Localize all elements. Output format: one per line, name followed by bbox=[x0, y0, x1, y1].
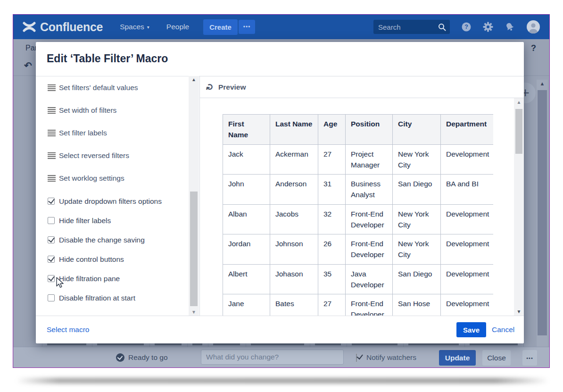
bell-icon[interactable] bbox=[505, 22, 515, 33]
nav-people-label: People bbox=[166, 23, 189, 31]
table-row: JordanJohnson26Front-End DeveloperNew Yo… bbox=[223, 234, 494, 265]
drag-item[interactable]: Select reversed filters bbox=[36, 144, 188, 167]
table-cell: Development bbox=[441, 204, 494, 234]
dialog-title: Edit ‘Table Filter’ Macro bbox=[47, 52, 168, 65]
notify-watchers-label: Notify watchers bbox=[366, 347, 416, 367]
create-button[interactable]: Create bbox=[203, 19, 238, 35]
scroll-up-icon[interactable]: ▲ bbox=[514, 100, 524, 105]
table-cell: Project Manager bbox=[346, 144, 393, 175]
select-macro-link[interactable]: Select macro bbox=[47, 316, 89, 343]
table-cell: New York City bbox=[393, 144, 441, 175]
table-cell: John bbox=[223, 175, 270, 205]
preview-scrollbar[interactable]: ▲ ▼ bbox=[514, 98, 524, 316]
scroll-up-icon[interactable]: ▲ bbox=[537, 81, 548, 86]
table-cell: New York City bbox=[393, 204, 441, 234]
dialog-footer: Select macro Save Cancel bbox=[36, 316, 524, 343]
close-button[interactable]: Close bbox=[482, 350, 511, 366]
change-comment-input[interactable]: What did you change? bbox=[201, 350, 344, 365]
drag-handle-icon bbox=[48, 84, 56, 91]
table-cell: Front-End Developer bbox=[346, 204, 393, 234]
table-cell: Albert bbox=[223, 264, 270, 294]
table-cell: San Hose bbox=[393, 294, 441, 317]
notify-watchers-checkbox[interactable] bbox=[356, 353, 357, 362]
column-header: First Name bbox=[223, 115, 270, 145]
table-cell: BA and BI bbox=[441, 175, 494, 205]
checkbox-label: Disable filtration at start bbox=[59, 294, 135, 302]
bottom-more-button[interactable]: ••• bbox=[522, 350, 537, 366]
checkbox-label: Update dropdown filters options bbox=[59, 197, 162, 206]
top-navbar: Confluence Spaces ▾ People Create ••• Se… bbox=[13, 15, 549, 39]
scroll-down-icon[interactable]: ▼ bbox=[514, 309, 524, 314]
status-check-icon bbox=[116, 353, 124, 362]
checkbox[interactable] bbox=[48, 198, 55, 205]
macro-options-panel: Set filters' default valuesSet width of … bbox=[36, 76, 188, 308]
table-cell: Jack bbox=[223, 144, 270, 175]
drag-item[interactable]: Set width of filters bbox=[36, 99, 188, 122]
drag-item-label: Select reversed filters bbox=[59, 151, 129, 160]
column-header: Last Name bbox=[270, 115, 318, 145]
search-input[interactable]: Search bbox=[373, 20, 450, 34]
drag-item-label: Set filters' default values bbox=[59, 83, 138, 92]
checkbox[interactable] bbox=[48, 275, 55, 282]
preview-scrollbar-thumb[interactable] bbox=[515, 109, 522, 154]
macro-options-list: Set filters' default valuesSet width of … bbox=[36, 76, 188, 190]
checkbox-option[interactable]: Disable the change saving bbox=[36, 230, 188, 250]
table-cell: Front-End Developer bbox=[346, 294, 393, 317]
drag-item[interactable]: Set worklog settings bbox=[36, 167, 188, 190]
column-header: City bbox=[393, 115, 441, 145]
checkbox-option[interactable]: Hide control buttons bbox=[36, 250, 188, 269]
preview-table-header-row: First NameLast NameAgePositionCityDepart… bbox=[223, 115, 494, 145]
table-cell: 26 bbox=[318, 234, 346, 265]
table-row: AlbanJacobs32Front-End DeveloperNew York… bbox=[223, 204, 494, 234]
checkbox[interactable] bbox=[48, 236, 55, 243]
checkbox-option[interactable]: Disable filtration at start bbox=[36, 288, 188, 308]
checkbox[interactable] bbox=[48, 256, 55, 263]
table-cell: Bates bbox=[270, 294, 318, 317]
table-row: AlbertJohason35Java DeveloperSan DiegoDe… bbox=[223, 264, 494, 294]
checkbox-label: Hide control buttons bbox=[59, 255, 124, 264]
page-scrollbar-thumb[interactable] bbox=[538, 90, 547, 335]
drag-handle-icon bbox=[48, 152, 56, 159]
update-button[interactable]: Update bbox=[439, 350, 476, 366]
scroll-up-icon[interactable]: ▲ bbox=[189, 77, 199, 82]
help-icon[interactable]: ? bbox=[461, 22, 472, 32]
confluence-logo[interactable]: Confluence bbox=[23, 20, 103, 34]
drag-item-label: Set worklog settings bbox=[59, 174, 124, 183]
table-cell: Johason bbox=[270, 264, 318, 294]
table-cell: Ackerman bbox=[270, 144, 318, 175]
table-cell: 27 bbox=[318, 144, 346, 175]
background-help-icon[interactable]: ? bbox=[531, 43, 536, 53]
nav-spaces[interactable]: Spaces ▾ bbox=[120, 23, 149, 31]
table-cell: New York City bbox=[393, 234, 441, 265]
drag-item[interactable]: Set filter labels bbox=[36, 122, 188, 144]
avatar[interactable] bbox=[527, 20, 540, 33]
undo-icon[interactable]: ↶ bbox=[24, 60, 32, 71]
refresh-icon[interactable]: ↻ bbox=[204, 83, 215, 92]
checkbox-option[interactable]: Update dropdown filters options bbox=[36, 192, 188, 211]
checkbox[interactable] bbox=[48, 217, 55, 224]
gear-icon[interactable] bbox=[483, 22, 493, 32]
editor-bottom-bar: Ready to go What did you change? Notify … bbox=[13, 347, 549, 367]
table-cell: Jordan bbox=[223, 234, 270, 265]
scroll-down-icon[interactable]: ▼ bbox=[189, 309, 199, 315]
nav-people[interactable]: People bbox=[166, 23, 189, 31]
preview-table-body: JackAckerman27Project ManagerNew York Ci… bbox=[223, 144, 494, 316]
table-cell: Johnson bbox=[270, 234, 318, 265]
table-cell: Jane bbox=[223, 294, 270, 317]
logo-text: Confluence bbox=[40, 20, 103, 34]
app-window: Confluence Spaces ▾ People Create ••• Se… bbox=[13, 14, 550, 368]
save-button[interactable]: Save bbox=[456, 322, 486, 337]
cancel-link[interactable]: Cancel bbox=[492, 322, 514, 337]
sidebar-scrollbar-thumb[interactable] bbox=[190, 192, 198, 306]
drag-handle-icon bbox=[48, 107, 56, 114]
drag-handle-icon bbox=[48, 175, 56, 182]
page-scrollbar[interactable]: ▲ ▼ bbox=[537, 80, 548, 367]
checkbox-option[interactable]: Hide filter labels bbox=[36, 211, 188, 230]
edit-macro-dialog: Edit ‘Table Filter’ Macro Set filters' d… bbox=[36, 42, 524, 343]
preview-panel: ↻ Preview First NameLast NameAgePosition… bbox=[199, 76, 524, 316]
chevron-down-icon: ▾ bbox=[147, 25, 149, 30]
checkbox[interactable] bbox=[48, 294, 55, 301]
navbar-more-button[interactable]: ••• bbox=[239, 20, 256, 34]
drag-item[interactable]: Set filters' default values bbox=[36, 76, 188, 99]
sidebar-scrollbar[interactable]: ▲ ▼ bbox=[189, 76, 199, 316]
